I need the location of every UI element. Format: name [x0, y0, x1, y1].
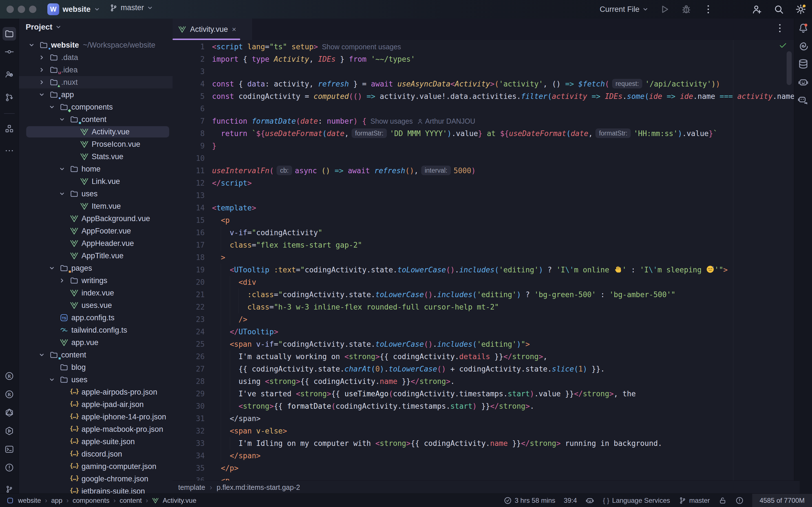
- language-services-widget[interactable]: { } Language Services: [603, 497, 670, 504]
- tree-item-uses[interactable]: uses: [19, 374, 172, 386]
- path-segment[interactable]: components: [72, 497, 109, 504]
- terminal-icon[interactable]: [3, 443, 16, 456]
- pull-request-icon[interactable]: [3, 91, 16, 104]
- chevron-down-icon[interactable]: [39, 92, 49, 98]
- memory-indicator[interactable]: 4585 of 7700M: [752, 494, 812, 507]
- tree-item-proseicon-vue[interactable]: ProseIcon.vue: [19, 138, 172, 151]
- tree-item-home[interactable]: home: [19, 163, 172, 175]
- tree-item-app-vue[interactable]: app.vue: [19, 336, 172, 349]
- tree-item-gaming-computer-json[interactable]: {…}gaming-computer.json: [19, 460, 172, 473]
- chevron-down-icon[interactable]: [49, 104, 59, 110]
- database-icon[interactable]: [797, 57, 810, 71]
- tree-item-appheader-vue[interactable]: AppHeader.vue: [19, 237, 172, 249]
- status-breadcrumb[interactable]: website›app›components›content›Activity.…: [0, 497, 197, 504]
- chevron-right-icon[interactable]: [39, 54, 49, 61]
- r-plugin-2-icon[interactable]: R: [3, 388, 16, 401]
- breadcrumb-template[interactable]: template: [178, 483, 205, 492]
- writable-lock-icon[interactable]: [718, 496, 727, 505]
- code-editor[interactable]: 1<script lang="ts" setup> Show component…: [172, 40, 794, 481]
- chevron-down-icon[interactable]: [39, 352, 49, 358]
- r-plugin-1-icon[interactable]: R: [3, 369, 16, 383]
- tree-item-link-vue[interactable]: Link.vue: [19, 175, 172, 187]
- path-segment[interactable]: website: [18, 497, 41, 504]
- tree-item--nuxt[interactable]: ▲.nuxt: [19, 76, 172, 89]
- tree-item-apple-iphone-14-pro-json[interactable]: {…}apple-iphone-14-pro.json: [19, 411, 172, 423]
- tree-item-uses-vue[interactable]: uses.vue: [19, 299, 172, 312]
- chevron-down-icon[interactable]: [29, 42, 39, 48]
- tree-item-app[interactable]: ●app: [19, 89, 172, 101]
- tab-activity-vue[interactable]: Activity.vue ×: [172, 18, 252, 40]
- project-folder-icon[interactable]: [3, 27, 16, 41]
- tree-item-apple-suite-json[interactable]: {…}apple-suite.json: [19, 436, 172, 448]
- tree-item-discord-json[interactable]: {…}discord.json: [19, 448, 172, 460]
- tree-item-writings[interactable]: writings: [19, 274, 172, 287]
- tree-item-google-chrome-json[interactable]: {…}google-chrome.json: [19, 473, 172, 485]
- tree-item-index-vue[interactable]: index.vue: [19, 287, 172, 299]
- problems-icon[interactable]: [735, 496, 744, 505]
- settings-gear-icon[interactable]: [795, 3, 807, 15]
- tree-item-website[interactable]: ●website~/Workspace/website: [19, 39, 172, 51]
- chevron-down-icon[interactable]: [59, 191, 69, 197]
- copilot-chat-icon[interactable]: [797, 94, 810, 107]
- run-icon[interactable]: [658, 3, 670, 15]
- tree-item-activity-vue[interactable]: Activity.vue: [19, 126, 172, 138]
- tree-item-appfooter-vue[interactable]: AppFooter.vue: [19, 225, 172, 237]
- breadcrumb-element[interactable]: p.flex.md:items-start.gap-2: [216, 483, 300, 492]
- chevron-right-icon[interactable]: [39, 79, 49, 86]
- node-run-icon[interactable]: [3, 424, 16, 438]
- branch-widget[interactable]: master: [109, 3, 153, 12]
- project-widget[interactable]: W website: [47, 3, 100, 15]
- editor-more-icon[interactable]: [774, 22, 785, 34]
- more-icon[interactable]: [3, 144, 16, 158]
- tree-item-blog[interactable]: blog: [19, 361, 172, 374]
- window-close-button[interactable]: [6, 6, 14, 13]
- run-config-selector[interactable]: Current File: [600, 5, 649, 14]
- tree-item-apple-airpods-pro-json[interactable]: {…}apple-airpods-pro.json: [19, 386, 172, 398]
- copilot-status-icon[interactable]: [585, 496, 594, 505]
- tree-item-jetbrains-suite-json[interactable]: {…}jetbrains-suite.json: [19, 485, 172, 494]
- tree-item-content[interactable]: ■content: [19, 349, 172, 361]
- code-with-me-icon[interactable]: [751, 3, 763, 15]
- path-segment[interactable]: app: [51, 497, 62, 504]
- ai-assistant-icon[interactable]: [797, 40, 810, 53]
- debug-icon[interactable]: [680, 3, 693, 15]
- users-question-icon[interactable]: ?: [3, 68, 16, 81]
- more-actions-icon[interactable]: [702, 3, 714, 15]
- author-hint[interactable]: Arthur DANJOU: [417, 117, 475, 125]
- copilot-icon[interactable]: [797, 75, 810, 89]
- tree-item-app-config-ts[interactable]: TSapp.config.ts: [19, 312, 172, 324]
- tree-item-components[interactable]: ◆components: [19, 101, 172, 113]
- path-segment[interactable]: Activity.vue: [163, 497, 197, 504]
- caret-position-widget[interactable]: 39:4: [564, 497, 577, 504]
- inspections-ok-icon[interactable]: [778, 41, 788, 50]
- tree-item-content[interactable]: ■content: [19, 113, 172, 126]
- window-minimize-button[interactable]: [18, 6, 25, 13]
- chevron-right-icon[interactable]: [39, 67, 49, 73]
- usages-hint[interactable]: Show component usages: [318, 43, 401, 51]
- commit-icon[interactable]: [3, 45, 16, 59]
- chevron-down-icon[interactable]: [59, 116, 69, 122]
- path-segment[interactable]: content: [119, 497, 142, 504]
- tree-item-apple-macbook-pro-json[interactable]: {…}apple-macbook-pro.json: [19, 423, 172, 436]
- chevron-right-icon[interactable]: [59, 277, 69, 284]
- search-everywhere-icon[interactable]: [772, 3, 785, 15]
- usages-hint[interactable]: Show usages: [366, 117, 417, 125]
- tree-item-apple-ipad-air-json[interactable]: {…}apple-ipad-air.json: [19, 398, 172, 411]
- tab-close-icon[interactable]: ×: [232, 25, 236, 34]
- tree-item-apptitle-vue[interactable]: AppTitle.vue: [19, 249, 172, 262]
- chevron-down-icon[interactable]: [59, 166, 69, 172]
- tree-item-tailwind-config-ts[interactable]: tailwind.config.ts: [19, 324, 172, 336]
- notifications-icon[interactable]: [797, 21, 810, 35]
- tree-item-uses[interactable]: uses: [19, 187, 172, 200]
- tool-window-header[interactable]: Project: [26, 22, 61, 32]
- tree-item-item-vue[interactable]: Item.vue: [19, 200, 172, 212]
- tree-item-stats-vue[interactable]: Stats.vue: [19, 151, 172, 163]
- editor-scrollbar[interactable]: [786, 51, 792, 85]
- git-branch-widget[interactable]: master: [679, 497, 710, 504]
- structure-icon[interactable]: [3, 122, 16, 135]
- wakatime-widget[interactable]: 3 hrs 58 mins: [504, 496, 555, 505]
- chevron-down-icon[interactable]: [49, 377, 59, 383]
- problems-icon[interactable]: [3, 461, 16, 474]
- tree-item--idea[interactable]: IJ.idea: [19, 64, 172, 76]
- tree-item-pages[interactable]: ■pages: [19, 262, 172, 274]
